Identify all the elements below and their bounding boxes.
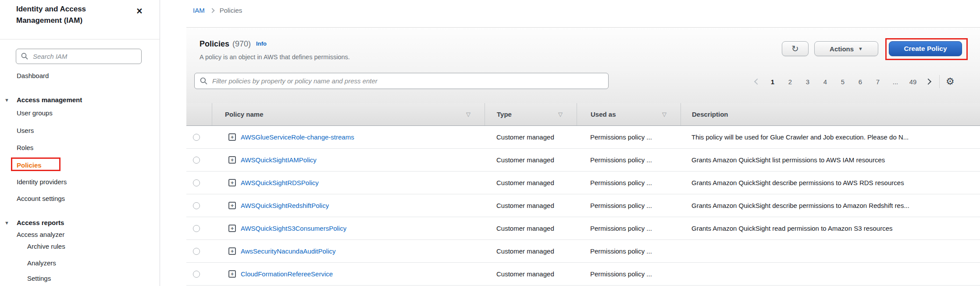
close-icon[interactable]: × xyxy=(133,4,146,18)
column-label: Used as xyxy=(591,111,616,118)
sidebar-section-access-reports[interactable]: ▼ Access reports xyxy=(17,218,64,227)
policy-type: Customer managed xyxy=(485,179,577,186)
select-column-header xyxy=(186,103,212,125)
sidebar-item-users[interactable]: Users xyxy=(17,126,34,135)
refresh-button[interactable]: ↻ xyxy=(782,41,809,56)
next-page-button[interactable] xyxy=(922,75,935,88)
chevron-down-icon: ▼ xyxy=(4,218,9,227)
policy-name-link[interactable]: AwsSecurityNacundaAuditPolicy xyxy=(241,247,336,255)
row-radio[interactable] xyxy=(193,179,200,186)
sidebar-item-access-analyzer[interactable]: Access analyzer xyxy=(17,230,64,239)
column-label: Policy name xyxy=(225,111,264,118)
policy-name-link[interactable]: AWSQuickSightS3ConsumersPolicy xyxy=(241,225,346,232)
sidebar-item-roles[interactable]: Roles xyxy=(17,143,33,152)
column-header-type[interactable]: Type ▽ xyxy=(485,103,577,125)
expand-toggle-icon[interactable]: + xyxy=(228,202,236,209)
expand-toggle-icon[interactable]: + xyxy=(228,270,236,278)
table-row: + AwsSecurityNacundaAuditPolicy Customer… xyxy=(186,240,980,263)
page-number-5[interactable]: 5 xyxy=(837,78,848,86)
policy-used-as: Permissions policy ... xyxy=(577,225,681,232)
policy-name-link[interactable]: AWSQuickSightIAMPolicy xyxy=(241,156,317,164)
chevron-right-icon xyxy=(210,8,214,13)
sort-icon: ▽ xyxy=(662,111,666,118)
policy-description: Grants Amazon QuickSight describe permis… xyxy=(681,202,980,209)
breadcrumb-iam-link[interactable]: IAM xyxy=(193,7,205,14)
policy-used-as: Permissions policy ... xyxy=(577,179,681,186)
sort-icon: ▽ xyxy=(466,111,470,118)
gear-icon[interactable]: ⚙ xyxy=(946,75,955,88)
sidebar-item-identity-providers[interactable]: Identity providers xyxy=(17,178,67,186)
breadcrumb-current: Policies xyxy=(220,7,242,14)
sidebar-item-analyzers[interactable]: Analyzers xyxy=(27,259,56,268)
row-radio[interactable] xyxy=(193,271,200,278)
policy-name-link[interactable]: CloudFormationRefereeService xyxy=(241,270,333,278)
panel-header-background xyxy=(186,28,980,103)
policy-type: Customer managed xyxy=(485,133,577,141)
sidebar-item-dashboard[interactable]: Dashboard xyxy=(17,72,49,80)
sidebar-section-access-management[interactable]: ▼ Access management xyxy=(17,96,82,104)
sidebar-item-settings[interactable]: Settings xyxy=(27,274,51,283)
row-radio[interactable] xyxy=(193,202,200,209)
pagination: 1 2 3 4 5 6 7 ... 49 ⚙ xyxy=(751,75,955,89)
column-header-used-as[interactable]: Used as ▽ xyxy=(577,103,681,125)
policy-description: Grants Amazon QuickSight list permission… xyxy=(681,156,980,164)
row-radio[interactable] xyxy=(193,225,200,232)
table-row: + AWSQuickSightIAMPolicy Customer manage… xyxy=(186,149,980,172)
policies-table: Policy name ▽ Type ▽ Used as ▽ Descripti… xyxy=(186,103,980,286)
page-number-6[interactable]: 6 xyxy=(855,78,866,86)
page-number-1[interactable]: 1 xyxy=(767,78,778,86)
page-ellipsis: ... xyxy=(890,78,901,86)
table-row: + AWSGlueServiceRole-change-streams Cust… xyxy=(186,126,980,149)
row-radio[interactable] xyxy=(193,134,200,141)
actions-button[interactable]: Actions ▼ xyxy=(814,41,878,56)
table-row: + AWSQuickSightRDSPolicy Customer manage… xyxy=(186,172,980,194)
sidebar-divider xyxy=(0,39,160,39)
breadcrumb: IAM Policies xyxy=(193,7,242,14)
sidebar-item-user-groups[interactable]: User groups xyxy=(17,109,53,118)
chevron-down-icon: ▼ xyxy=(4,96,9,104)
create-policy-button[interactable]: Create Policy xyxy=(889,41,962,56)
info-link[interactable]: Info xyxy=(256,40,267,47)
row-radio[interactable] xyxy=(193,248,200,255)
table-header-row: Policy name ▽ Type ▽ Used as ▽ Descripti… xyxy=(186,103,980,126)
actions-button-label: Actions xyxy=(830,45,854,53)
iam-sidebar: Identity and Access Management (IAM) × D… xyxy=(0,0,160,286)
page-subtitle: A policy is an object in AWS that define… xyxy=(200,54,350,61)
policy-description: This policy will be used for Glue Crawle… xyxy=(681,133,980,141)
policy-name-link[interactable]: AWSQuickSightRDSPolicy xyxy=(241,179,319,186)
policy-used-as: Permissions policy ... xyxy=(577,247,681,255)
expand-toggle-icon[interactable]: + xyxy=(228,179,236,186)
sidebar-title-line1: Identity and Access xyxy=(16,5,86,13)
policy-type: Customer managed xyxy=(485,202,577,209)
row-radio[interactable] xyxy=(193,157,200,164)
policy-description: Grants Amazon QuickSight describe permis… xyxy=(681,179,980,186)
filter-search-icon xyxy=(200,77,207,85)
policy-type: Customer managed xyxy=(485,225,577,232)
page-number-2[interactable]: 2 xyxy=(784,78,796,86)
sidebar-item-account-settings[interactable]: Account settings xyxy=(17,194,65,203)
sidebar-item-archive-rules[interactable]: Archive rules xyxy=(27,242,65,251)
sidebar-item-policies[interactable]: Policies xyxy=(17,161,42,170)
chevron-left-icon xyxy=(754,79,760,85)
previous-page-button[interactable] xyxy=(751,75,764,88)
page-number-4[interactable]: 4 xyxy=(820,78,831,86)
expand-toggle-icon[interactable]: + xyxy=(228,225,236,232)
policy-used-as: Permissions policy ... xyxy=(577,133,681,141)
filter-policies-input[interactable] xyxy=(194,73,609,89)
policy-name-link[interactable]: AWSGlueServiceRole-change-streams xyxy=(241,133,354,141)
page-number-3[interactable]: 3 xyxy=(802,78,813,86)
search-input[interactable] xyxy=(16,49,142,64)
policy-used-as: Permissions policy ... xyxy=(577,270,681,278)
table-row: + AWSQuickSightS3ConsumersPolicy Custome… xyxy=(186,217,980,240)
policy-used-as: Permissions policy ... xyxy=(577,156,681,164)
expand-toggle-icon[interactable]: + xyxy=(228,156,236,164)
policy-type: Customer managed xyxy=(485,247,577,255)
expand-toggle-icon[interactable]: + xyxy=(228,247,236,255)
page-number-49[interactable]: 49 xyxy=(907,78,919,86)
policy-name-link[interactable]: AWSQuickSightRedshiftPolicy xyxy=(241,202,329,209)
sidebar-title-line2: Management (IAM) xyxy=(16,16,82,25)
column-header-policy-name[interactable]: Policy name ▽ xyxy=(212,103,485,125)
sidebar-section-label: Access reports xyxy=(17,219,64,226)
page-number-7[interactable]: 7 xyxy=(872,78,884,86)
expand-toggle-icon[interactable]: + xyxy=(228,133,236,141)
